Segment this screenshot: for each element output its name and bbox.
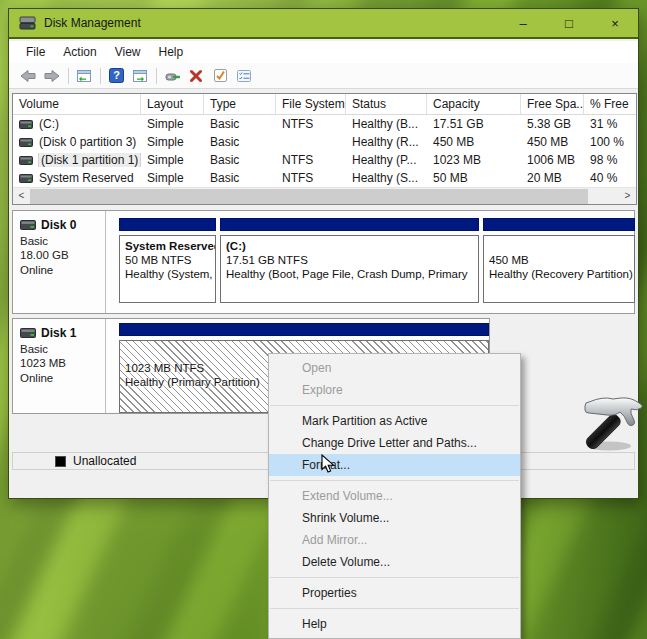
cell-freespace: 20 MB [521, 171, 584, 185]
table-row[interactable]: System Reserved Simple Basic NTFS Health… [13, 169, 636, 187]
menu-bar: File Action View Help [9, 41, 638, 63]
back-icon[interactable] [18, 67, 38, 85]
svg-text:?: ? [113, 69, 120, 81]
disk-status: Online [20, 372, 105, 384]
mark-check-icon[interactable] [210, 67, 230, 85]
volume-name: (Disk 1 partition 1) [39, 153, 140, 167]
table-row[interactable]: (Disk 0 partition 3) Simple Basic Health… [13, 133, 636, 151]
column-header-filesystem[interactable]: File System [276, 94, 346, 114]
partition-recovery[interactable]: 450 MB Healthy (Recovery Partition) [483, 218, 635, 303]
partition-size-line: 17.51 GB NTFS [226, 253, 473, 267]
menu-item-extend-volume: Extend Volume... [269, 485, 520, 507]
cell-type: Basic [204, 153, 276, 167]
partition-title: System Reserved [125, 239, 210, 253]
menu-item-delete-volume[interactable]: Delete Volume... [269, 551, 520, 573]
cell-capacity: 50 MB [427, 171, 521, 185]
partition-status-line: Healthy (System, [125, 267, 210, 281]
partition-size-line: 450 MB [489, 253, 629, 267]
menu-separator [270, 405, 519, 406]
table-row[interactable]: (C:) Simple Basic NTFS Healthy (B... 17.… [13, 115, 636, 133]
volume-icon [19, 156, 33, 165]
show-action-pane-icon[interactable] [130, 67, 150, 85]
cell-freespace: 450 MB [521, 135, 584, 149]
menu-view[interactable]: View [106, 45, 150, 59]
cell-freespace: 5.38 GB [521, 117, 584, 131]
disk-0-panel[interactable]: Disk 0 Basic 18.00 GB Online [13, 211, 106, 313]
cell-type: Basic [204, 117, 276, 131]
properties-list-icon[interactable] [234, 67, 254, 85]
partition-status-line: Healthy (Boot, Page File, Crash Dump, Pr… [226, 267, 473, 281]
volume-name: System Reserved [39, 171, 134, 185]
cell-capacity: 1023 MB [427, 153, 521, 167]
partition-c-drive[interactable]: (C:) 17.51 GB NTFS Healthy (Boot, Page F… [220, 218, 479, 303]
table-row-selected[interactable]: (Disk 1 partition 1) Simple Basic NTFS H… [13, 151, 636, 169]
cell-layout: Simple [141, 153, 204, 167]
cell-freespace: 1006 MB [521, 153, 584, 167]
cell-percentfree: 98 % [584, 153, 636, 167]
menu-separator [270, 577, 519, 578]
volume-name: (Disk 0 partition 3) [39, 135, 136, 149]
cell-filesystem: NTFS [276, 153, 346, 167]
unallocated-swatch [55, 456, 66, 467]
minimize-button[interactable]: – [500, 9, 546, 37]
menu-item-shrink-volume[interactable]: Shrink Volume... [269, 507, 520, 529]
toolbar: ? [9, 63, 638, 89]
cell-type: Basic [204, 135, 276, 149]
disk-label: Disk 1 [41, 326, 76, 340]
scroll-right-arrow[interactable]: > [619, 188, 636, 204]
disk-size: 18.00 GB [20, 249, 105, 261]
legend-label: Unallocated [73, 454, 136, 468]
menu-item-mark-partition-active[interactable]: Mark Partition as Active [269, 410, 520, 432]
column-header-capacity[interactable]: Capacity [427, 94, 521, 114]
close-button[interactable]: × [592, 9, 638, 37]
primary-partition-color-bar [119, 323, 489, 336]
column-header-percentfree[interactable]: % Free [584, 94, 636, 114]
column-header-status[interactable]: Status [346, 94, 427, 114]
horizontal-scrollbar[interactable]: < > [13, 187, 636, 204]
primary-partition-color-bar [220, 218, 479, 231]
cell-status: Healthy (B... [346, 117, 427, 131]
column-header-volume[interactable]: Volume [13, 94, 141, 114]
show-console-tree-icon[interactable] [74, 67, 94, 85]
volume-icon [19, 120, 33, 129]
column-header-type[interactable]: Type [204, 94, 276, 114]
menu-item-open: Open [269, 357, 520, 379]
scrollbar-thumb[interactable] [30, 189, 588, 204]
volume-name: (C:) [39, 117, 59, 131]
volume-list-header[interactable]: Volume Layout Type File System Status Ca… [13, 94, 636, 115]
menu-help[interactable]: Help [150, 45, 193, 59]
menu-item-properties[interactable]: Properties [269, 582, 520, 604]
help-icon[interactable]: ? [106, 67, 126, 85]
disk-kind: Basic [20, 343, 105, 355]
menu-item-add-mirror: Add Mirror... [269, 529, 520, 551]
cell-percentfree: 100 % [584, 135, 636, 149]
cell-status: Healthy (P... [346, 153, 427, 167]
menu-file[interactable]: File [17, 45, 54, 59]
scroll-left-arrow[interactable]: < [13, 188, 30, 204]
cell-layout: Simple [141, 171, 204, 185]
disk-management-app-icon [19, 16, 36, 30]
partition-title: (C:) [226, 239, 473, 253]
column-header-layout[interactable]: Layout [141, 94, 204, 114]
column-header-freespace[interactable]: Free Spa... [521, 94, 584, 114]
primary-partition-color-bar [119, 218, 216, 231]
disk-1-panel[interactable]: Disk 1 Basic 1023 MB Online [13, 319, 106, 413]
cell-status: Healthy (S... [346, 171, 427, 185]
toolbar-separator [68, 68, 69, 84]
menu-item-help[interactable]: Help [269, 613, 520, 635]
cell-filesystem: NTFS [276, 117, 346, 131]
partition-system-reserved[interactable]: System Reserved 50 MB NTFS Healthy (Syst… [119, 218, 216, 303]
menu-action[interactable]: Action [54, 45, 105, 59]
delete-icon[interactable] [186, 67, 206, 85]
volume-icon [19, 174, 33, 183]
console-tool-icon[interactable] [162, 67, 182, 85]
title-bar[interactable]: Disk Management – □ × [9, 9, 638, 39]
menu-item-change-drive-letter[interactable]: Change Drive Letter and Paths... [269, 432, 520, 454]
menu-separator [270, 480, 519, 481]
maximize-button[interactable]: □ [546, 9, 592, 37]
volume-list: Volume Layout Type File System Status Ca… [12, 93, 637, 205]
disk-kind: Basic [20, 235, 105, 247]
forward-icon[interactable] [42, 67, 62, 85]
mouse-cursor [321, 454, 335, 478]
menu-item-format[interactable]: Format... [269, 454, 520, 476]
